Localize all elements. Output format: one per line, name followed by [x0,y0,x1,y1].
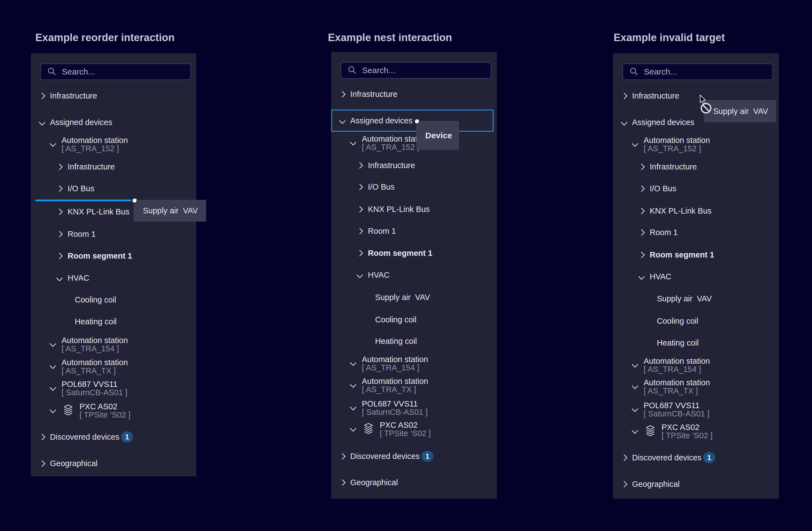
search-input[interactable] [40,63,191,80]
tree-row[interactable]: Room 1 [331,220,497,242]
chevron-down-icon[interactable] [39,119,45,126]
chevron-right-icon[interactable] [356,228,363,234]
chevron-down-icon[interactable] [632,361,638,368]
tree-row[interactable]: Cooling coil [331,308,497,331]
tree-row[interactable]: Supply air VAV [331,286,497,308]
tree-item-label: Heating coil [75,316,117,327]
tree-row[interactable]: Automation station[ AS_TRA_152 ] [613,129,779,151]
tree-item-label: Cooling coil [375,314,417,325]
chevron-right-icon[interactable] [638,207,645,214]
tree-row[interactable]: Supply air VAV [613,288,779,310]
chevron-down-icon[interactable] [350,425,356,432]
chevron-down-icon[interactable] [350,381,356,388]
search-field[interactable] [61,67,184,77]
tree-row[interactable]: Room 1 [31,223,196,245]
tree-row[interactable]: I/O Bus [31,177,196,200]
tree-row[interactable]: Infrastructure [31,156,196,178]
tree-row[interactable]: POL687 VVS11[ SaturnCB-AS01 ] [613,394,779,416]
chevron-right-icon[interactable] [356,162,363,169]
chevron-right-icon[interactable] [39,434,45,440]
tree-row[interactable]: Cooling coil [613,310,779,332]
chevron-down-icon[interactable] [632,405,638,412]
tree-row[interactable]: Infrastructure [331,83,497,105]
tree-item-label: Cooling coil [75,294,116,305]
tree-row[interactable]: POL687 VVS11[ SaturnCB-AS01 ] [31,373,196,395]
chevron-down-icon[interactable] [350,139,356,145]
chevron-right-icon[interactable] [339,453,346,460]
chevron-down-icon[interactable] [49,362,56,369]
tree-row[interactable]: KNX PL-Link Bus [331,198,497,220]
tree-row[interactable]: Automation station[ AS_TRA_TX ] [613,372,779,393]
chevron-right-icon[interactable] [638,185,645,192]
chevron-down-icon[interactable] [49,340,56,347]
chevron-down-icon[interactable] [350,404,356,411]
tree-row[interactable]: PXC AS02[ TPSite ‘S02 ] [331,414,497,436]
tree-row[interactable]: Discovered devices1 [331,445,497,467]
chevron-right-icon[interactable] [638,252,645,258]
tree-row[interactable]: Infrastructure [31,85,196,107]
chevron-down-icon[interactable] [356,272,363,278]
tree-row[interactable]: Automation station[ AS_TRA_TX ] [331,370,497,392]
chevron-down-icon[interactable] [632,140,638,147]
chevron-down-icon[interactable] [56,275,63,281]
chevron-right-icon[interactable] [356,206,363,213]
tree-row[interactable]: I/O Bus [613,177,779,200]
chevron-right-icon[interactable] [56,185,63,192]
tree-row[interactable]: Automation station[ AS_TRA_154 ] [613,350,779,372]
tree-row[interactable]: Room segment 1 [31,245,196,267]
tree-row[interactable]: POL687 VVS11[ SaturnCB-AS01 ] [331,393,497,415]
tree-row[interactable]: Geographical [31,453,196,474]
tree-row[interactable]: Geographical [613,473,779,495]
chevron-down-icon[interactable] [49,384,56,391]
chevron-down-icon[interactable] [49,140,56,147]
tree-row[interactable]: Discovered devices1 [31,426,196,448]
chevron-right-icon[interactable] [621,481,627,487]
tree-row[interactable]: Room segment 1 [331,242,497,264]
tree-row[interactable]: Geographical [331,471,497,493]
tree-row[interactable]: HVAC [613,266,779,288]
search-field[interactable] [362,66,484,75]
chevron-right-icon[interactable] [356,250,363,256]
tree-row[interactable]: Room 1 [613,221,779,243]
chevron-down-icon[interactable] [632,383,638,389]
tree-row[interactable]: Automation station[ AS_TRA_TX ] [31,351,196,373]
search-field[interactable] [643,67,766,77]
tree-row[interactable]: Room segment 1 [613,244,779,266]
chevron-right-icon[interactable] [638,163,645,170]
search-icon [41,67,56,77]
drag-ghost-label: Device [416,131,452,140]
tree-row[interactable]: Automation station[ AS_TRA_154 ] [31,329,196,351]
tree-row[interactable]: KNX PL-Link Bus [613,200,779,222]
chevron-right-icon[interactable] [39,460,45,467]
chevron-down-icon[interactable] [350,359,356,366]
chevron-right-icon[interactable] [638,229,645,236]
tree-row[interactable]: I/O Bus [331,176,497,198]
tree-row[interactable]: HVAC [31,267,196,289]
chevron-right-icon[interactable] [56,231,63,238]
chevron-down-icon[interactable] [638,273,645,280]
tree-row[interactable]: Automation station[ AS_TRA_154 ] [331,348,497,370]
tree-row[interactable]: Automation station[ AS_TRA_152 ] [31,129,196,151]
chevron-right-icon[interactable] [56,253,63,259]
chevron-down-icon[interactable] [632,427,638,434]
chevron-right-icon[interactable] [356,184,363,190]
tree-row[interactable]: HVAC [331,264,497,286]
chevron-right-icon[interactable] [56,209,63,215]
chevron-down-icon[interactable] [621,119,627,126]
tree-row[interactable]: PXC AS02[ TPSite ‘S02 ] [613,416,779,438]
chevron-right-icon[interactable] [339,479,346,486]
tree-row[interactable]: Infrastructure [331,154,497,176]
chevron-down-icon[interactable] [49,406,56,413]
chevron-right-icon[interactable] [339,91,346,97]
chevron-right-icon[interactable] [621,454,627,461]
search-input[interactable] [340,62,491,78]
search-input[interactable] [622,63,773,80]
tree-row[interactable]: Infrastructure [613,156,779,178]
chevron-right-icon[interactable] [56,163,63,170]
tree-row[interactable]: Discovered devices1 [613,447,779,469]
tree-row[interactable]: Cooling coil [31,289,196,311]
chevron-right-icon[interactable] [39,92,45,99]
chevron-right-icon[interactable] [621,92,627,99]
tree-row[interactable]: PXC AS02[ TPSite ‘S02 ] [31,396,196,418]
tree-item-label: KNX PL-Link Bus [650,205,712,216]
